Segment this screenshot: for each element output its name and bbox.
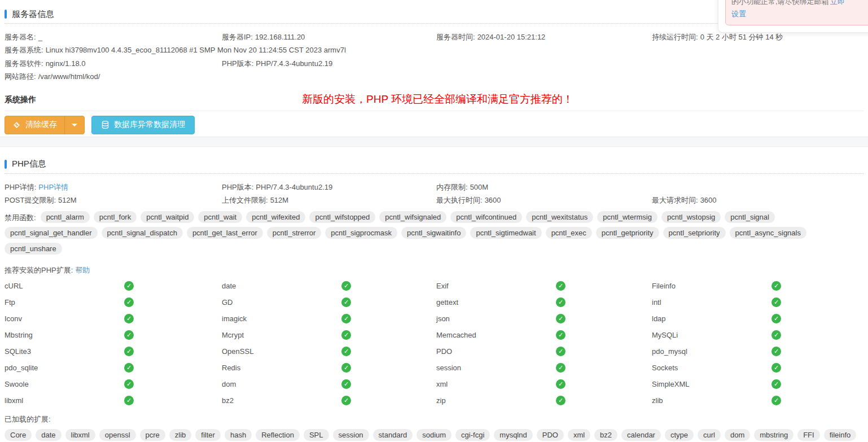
extension-name: Memcached: [436, 331, 556, 339]
extension-row: Fileinfo: [652, 278, 863, 294]
check-icon: [124, 363, 134, 373]
chevron-down-icon: [72, 124, 77, 126]
server-system-value: Linux hi3798mv100 4.4.35_ecoo_81112068 #…: [46, 46, 346, 54]
extension-row: session: [436, 360, 652, 376]
clear-cache-split-button[interactable]: 清除缓存: [5, 116, 85, 134]
database-icon: [101, 120, 109, 129]
loaded-extension-tag: filter: [195, 429, 221, 441]
extension-row: xml: [436, 376, 652, 392]
extension-row: pdo_mysql: [652, 343, 863, 360]
loaded-extension-tag: mysqlnd: [494, 429, 532, 441]
disabled-function-tag: pcntl_wstopsig: [661, 211, 721, 223]
disabled-function-tag: pcntl_sigwaitinfo: [401, 227, 466, 239]
extension-name: ldap: [652, 314, 771, 323]
recommended-extensions-label: 推荐安装的PHP扩展:: [5, 266, 73, 274]
extension-name: OpenSSL: [222, 347, 341, 356]
server-path-label: 网站路径:: [5, 72, 36, 81]
php-memory-label: 内存限制:: [436, 183, 468, 191]
check-icon: [556, 347, 565, 356]
php-version-field: PHP版本:PHP/7.4.3-4ubuntu2.19: [222, 181, 436, 194]
extension-name: Redis: [222, 364, 341, 372]
server-path-field: 网站路径:/var/www/html/kod/: [5, 70, 863, 83]
php-memory-value: 500M: [470, 183, 489, 191]
check-icon: [341, 297, 351, 307]
check-icon: [556, 330, 565, 340]
help-link[interactable]: 帮助: [75, 266, 90, 274]
loaded-extension-tag: hash: [225, 429, 252, 441]
disabled-function-tag: pcntl_sigtimedwait: [470, 227, 541, 239]
loaded-extension-tag: sodium: [417, 429, 451, 441]
check-icon: [556, 297, 565, 307]
disabled-function-tag: pcntl_setpriority: [663, 227, 726, 239]
server-info-title: 服务器信息: [12, 9, 54, 20]
loaded-extension-tag: ctype: [665, 429, 694, 441]
php-upload-value: 512M: [270, 196, 289, 204]
extension-row: pdo_sqlite: [5, 360, 222, 376]
section-gap: [0, 137, 868, 147]
extension-name: Ftp: [5, 298, 124, 307]
extension-name: Sockets: [652, 364, 771, 372]
check-icon: [556, 396, 565, 405]
extension-row: date: [222, 278, 436, 294]
notification-popup: 的小功能正常,请尽快绑定邮箱立即 设置: [718, 0, 868, 33]
check-icon: [341, 314, 351, 323]
extension-row: libxml: [5, 392, 222, 409]
server-ip-label: 服务器IP:: [222, 33, 253, 41]
check-icon: [341, 363, 351, 373]
extension-name: pdo_mysql: [652, 347, 771, 356]
disabled-function-tag: pcntl_wifstopped: [309, 211, 375, 223]
extension-name: gettext: [436, 298, 556, 307]
extension-row: SQLite3: [5, 343, 222, 360]
extension-row: PDO: [436, 343, 652, 360]
disabled-function-tag: pcntl_alarm: [41, 211, 90, 223]
extension-name: cURL: [5, 282, 124, 290]
check-icon: [341, 281, 351, 291]
disabled-function-tag: pcntl_unshare: [5, 243, 62, 255]
disabled-function-tag: pcntl_fork: [94, 211, 137, 223]
disabled-function-tag: pcntl_wifcontinued: [450, 211, 522, 223]
clear-cache-icon: [12, 121, 21, 129]
alert-settings-link[interactable]: 设置: [731, 10, 746, 18]
clear-cache-button[interactable]: 清除缓存: [5, 116, 64, 134]
php-detail-field: PHP详情:PHP详情: [5, 181, 222, 194]
php-detail-link[interactable]: PHP详情: [38, 183, 68, 191]
extension-row: Ftp: [5, 294, 222, 310]
loaded-extension-tag: curl: [698, 429, 721, 441]
system-ops-buttons: 清除缓存 数据库异常数据清理: [5, 116, 863, 134]
extension-name: PDO: [436, 347, 556, 356]
check-icon: [771, 330, 781, 340]
disabled-function-tag: pcntl_getpriority: [596, 227, 659, 239]
extension-name: Mcrypt: [222, 331, 341, 339]
extension-name: libxml: [5, 396, 124, 405]
php-post-label: POST提交限制:: [5, 196, 56, 204]
extension-row: Sockets: [652, 360, 863, 376]
extension-row: ldap: [652, 310, 863, 327]
divider-rule: [5, 111, 863, 111]
loaded-extension-tag: openssl: [99, 429, 136, 441]
server-name-field: 服务器名:_: [5, 30, 222, 43]
loaded-extension-tag: zlib: [169, 429, 192, 441]
extension-row: GD: [222, 294, 436, 310]
server-phpver-label: PHP版本:: [222, 59, 253, 68]
check-icon: [556, 281, 565, 291]
server-system-label: 服务器系统:: [5, 46, 43, 54]
php-max-exec-value: 3600: [485, 196, 501, 204]
php-post-field: POST提交限制:512M: [5, 194, 222, 207]
php-upload-field: 上传文件限制:512M: [222, 194, 436, 207]
check-icon: [341, 379, 351, 389]
db-clean-button[interactable]: 数据库异常数据清理: [91, 116, 195, 134]
extension-row: Iconv: [5, 310, 222, 327]
clear-cache-dropdown-toggle[interactable]: [64, 116, 84, 134]
disabled-function-tag: pcntl_wexitstatus: [526, 211, 593, 223]
disabled-function-tag: pcntl_wait: [198, 211, 242, 223]
php-max-exec-label: 最大执行时间:: [436, 196, 483, 204]
check-icon: [771, 297, 781, 307]
server-software-label: 服务器软件:: [5, 59, 43, 68]
alert-action-link[interactable]: 立即: [830, 0, 845, 6]
extension-row: bz2: [222, 392, 436, 409]
check-icon: [124, 330, 134, 340]
check-icon: [124, 396, 134, 405]
check-icon: [771, 281, 781, 291]
extension-name: imagick: [222, 314, 341, 323]
php-info-title: PHP信息: [12, 159, 46, 169]
